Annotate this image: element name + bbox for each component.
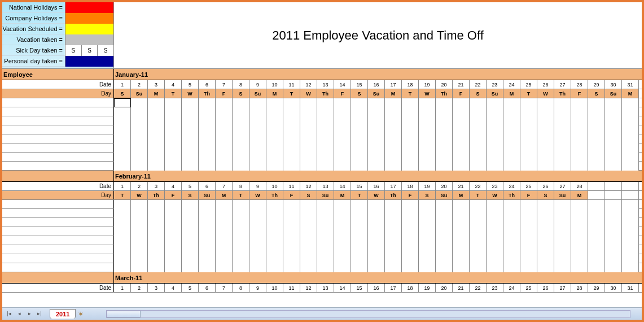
- day-cell[interactable]: [470, 116, 487, 125]
- day-cell[interactable]: [571, 236, 588, 245]
- day-cell[interactable]: [266, 245, 283, 254]
- day-cell[interactable]: [334, 254, 351, 263]
- date-cell[interactable]: 3: [148, 182, 165, 190]
- day-cell[interactable]: [470, 162, 487, 171]
- day-cell[interactable]: [588, 236, 605, 245]
- employee-name-cell[interactable]: [2, 263, 114, 272]
- date-cell[interactable]: 2: [131, 182, 148, 190]
- day-cell[interactable]: [165, 236, 182, 245]
- day-cell[interactable]: [503, 143, 520, 153]
- day-cell[interactable]: [470, 134, 487, 143]
- day-cell[interactable]: [622, 209, 639, 218]
- day-cell[interactable]: [317, 125, 334, 134]
- day-cell[interactable]: [233, 134, 249, 143]
- date-cell[interactable]: 19: [419, 284, 436, 292]
- date-cell[interactable]: 4: [165, 182, 182, 190]
- day-cell[interactable]: [351, 116, 368, 125]
- day-cell[interactable]: [317, 116, 334, 125]
- day-cell[interactable]: [588, 98, 605, 107]
- day-cell[interactable]: [368, 245, 385, 254]
- day-cell[interactable]: [249, 134, 266, 143]
- day-cell[interactable]: [249, 162, 266, 171]
- day-cell[interactable]: [249, 263, 266, 272]
- day-cell[interactable]: [114, 162, 131, 171]
- date-cell[interactable]: 14: [334, 284, 351, 292]
- day-cell[interactable]: [571, 200, 588, 209]
- date-cell[interactable]: 23: [487, 182, 503, 190]
- dow-cell[interactable]: S: [351, 89, 368, 98]
- dow-cell[interactable]: M: [148, 89, 165, 98]
- day-cell[interactable]: [114, 107, 131, 116]
- day-cell[interactable]: [334, 134, 351, 143]
- day-cell[interactable]: [520, 263, 537, 272]
- date-cell[interactable]: 24: [503, 80, 520, 89]
- dow-cell[interactable]: Su: [436, 191, 453, 199]
- employee-name-cell[interactable]: [2, 134, 114, 143]
- dow-cell[interactable]: F: [520, 191, 537, 199]
- date-cell[interactable]: 25: [520, 284, 537, 292]
- day-cell[interactable]: [266, 116, 283, 125]
- dow-cell[interactable]: W: [249, 191, 266, 199]
- date-cell[interactable]: 26: [537, 284, 554, 292]
- day-cell[interactable]: [165, 209, 182, 218]
- day-cell[interactable]: [453, 245, 470, 254]
- date-cell[interactable]: 2: [131, 284, 148, 292]
- day-cell[interactable]: [148, 153, 165, 162]
- day-cell[interactable]: [182, 98, 199, 107]
- day-cell[interactable]: [300, 153, 317, 162]
- day-cell[interactable]: [487, 236, 503, 245]
- day-cell[interactable]: [419, 245, 436, 254]
- dow-cell[interactable]: Th: [554, 89, 571, 98]
- day-cell[interactable]: [554, 209, 571, 218]
- day-cell[interactable]: [487, 263, 503, 272]
- day-cell[interactable]: [233, 218, 249, 227]
- day-cell[interactable]: [503, 245, 520, 254]
- date-cell[interactable]: 2: [131, 80, 148, 89]
- day-cell[interactable]: [470, 143, 487, 153]
- day-cell[interactable]: [368, 107, 385, 116]
- day-cell[interactable]: [131, 134, 148, 143]
- date-cell[interactable]: 21: [453, 182, 470, 190]
- dow-cell[interactable]: M: [503, 89, 520, 98]
- day-cell[interactable]: [368, 143, 385, 153]
- day-cell[interactable]: [537, 98, 554, 107]
- day-cell[interactable]: [114, 116, 131, 125]
- day-cell[interactable]: [385, 162, 402, 171]
- day-cell[interactable]: [588, 162, 605, 171]
- dow-cell[interactable]: Su: [131, 89, 148, 98]
- dow-cell[interactable]: F: [216, 89, 233, 98]
- day-cell[interactable]: [554, 162, 571, 171]
- day-cell[interactable]: [385, 227, 402, 236]
- day-cell[interactable]: [300, 227, 317, 236]
- day-cell[interactable]: [182, 162, 199, 171]
- day-cell[interactable]: [283, 263, 300, 272]
- day-cell[interactable]: [419, 153, 436, 162]
- day-cell[interactable]: [588, 153, 605, 162]
- day-cell[interactable]: [114, 218, 131, 227]
- day-cell[interactable]: [571, 116, 588, 125]
- day-cell[interactable]: [317, 263, 334, 272]
- day-cell[interactable]: [233, 254, 249, 263]
- date-cell[interactable]: 18: [402, 80, 419, 89]
- day-cell[interactable]: [131, 116, 148, 125]
- date-cell[interactable]: 7: [216, 182, 233, 190]
- day-cell[interactable]: [588, 107, 605, 116]
- day-cell[interactable]: [266, 107, 283, 116]
- day-cell[interactable]: [131, 254, 148, 263]
- day-cell[interactable]: [503, 200, 520, 209]
- dow-cell[interactable]: M: [216, 191, 233, 199]
- date-cell[interactable]: 22: [470, 182, 487, 190]
- day-cell[interactable]: [402, 263, 419, 272]
- day-cell[interactable]: [334, 125, 351, 134]
- day-cell[interactable]: [520, 134, 537, 143]
- employee-name-cell[interactable]: [2, 227, 114, 236]
- day-cell[interactable]: [368, 134, 385, 143]
- day-cell[interactable]: [300, 134, 317, 143]
- day-cell[interactable]: [148, 218, 165, 227]
- day-cell[interactable]: [216, 236, 233, 245]
- day-cell[interactable]: [487, 245, 503, 254]
- day-cell[interactable]: [436, 162, 453, 171]
- day-cell[interactable]: [300, 125, 317, 134]
- dow-cell[interactable]: Th: [266, 191, 283, 199]
- date-cell[interactable]: 26: [537, 182, 554, 190]
